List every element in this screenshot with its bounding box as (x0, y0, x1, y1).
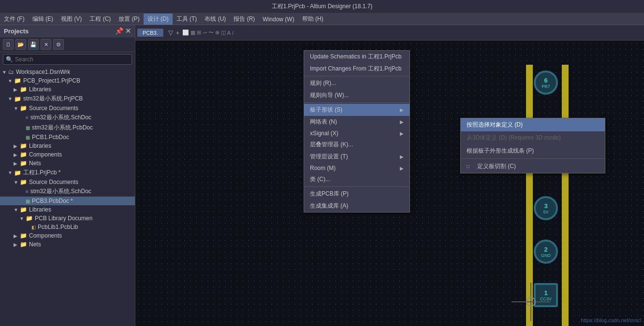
menu-tools[interactable]: 工具 (T) (173, 14, 201, 25)
netlist-arrow: ▶ (400, 119, 404, 125)
save-button[interactable]: 💾 (28, 39, 39, 50)
pcb-icon-stm32: ▦ (26, 125, 30, 130)
folder-icon-proj1-comp: 📁 (20, 232, 27, 239)
pin-icon[interactable]: 📌 (115, 27, 123, 35)
folder-icon-proj1: 📁 (14, 170, 21, 176)
arrow-pcb1-pcb (19, 135, 24, 140)
proj1-label: 工程1.PrjPcb * (23, 169, 60, 177)
folder-icon-stm32-lib: 📁 (20, 142, 27, 149)
tree-pcblib-folder[interactable]: ▼ 📁 PCB Library Documen (0, 214, 135, 223)
folder-icon-stm32: 📁 (14, 96, 21, 102)
menu-gen-pcblib[interactable]: 生成PCB库 (P) (304, 188, 410, 200)
arrow-stm32: ▼ (8, 96, 13, 101)
stm32-components-label: Components (29, 151, 62, 158)
bs-gen-lines[interactable]: 根据板子外形生成线条 (P) (461, 144, 605, 157)
menu-gen-intlib[interactable]: 生成集成库 (A) (304, 200, 410, 212)
layers-icon[interactable]: ◫ (221, 29, 226, 36)
close-icon[interactable]: ✕ (125, 27, 131, 35)
canvas-area[interactable]: PCB3. ▽ ＋ ⬜ ▦ ⊞ ⤻ 〜 ⊕ ◫ A / (135, 25, 644, 326)
tree-workspace[interactable]: ▼ 🗂 Workspace1.DsnWrk (0, 68, 135, 76)
menu-rules[interactable]: 规则 (R)... (304, 77, 410, 89)
menu-file[interactable]: 文件 (F) (0, 14, 29, 25)
pcb3-tab[interactable]: PCB3. (137, 28, 163, 37)
plus-icon[interactable]: ＋ (175, 28, 181, 37)
pcb-icon-pcb1: ▦ (26, 135, 30, 140)
menu-rules-wizard[interactable]: 规则向导 (W)... (304, 89, 410, 101)
menu-place[interactable]: 放置 (P) (115, 14, 143, 25)
tree-proj1-libraries[interactable]: ▼ 📁 Libraries (0, 205, 135, 214)
menu-board-shape[interactable]: 板子形状 (S) ▶ (304, 104, 410, 116)
tree-stm32-source-docs[interactable]: ▼ 📁 Source Documents (0, 104, 135, 113)
route-icon[interactable]: ⤻ (203, 29, 207, 36)
pin2-icon[interactable]: ⊕ (215, 29, 220, 36)
titlebar: 工程1.PrjPcb - Altium Designer (18.1.7) (0, 0, 644, 14)
settings-button[interactable]: ⚙ (53, 39, 64, 50)
tree-proj1-schdoc[interactable]: ≡ stm32最小系统.SchDoc (0, 186, 135, 197)
xsignal-arrow: ▶ (400, 131, 404, 136)
chart-icon[interactable]: ▦ (190, 29, 195, 36)
tree-pcb1-libraries[interactable]: ▶ 📁 Libraries (0, 85, 135, 94)
tree-stm32-schdoc[interactable]: ≡ stm32最小系统.SchDoc (0, 113, 135, 123)
text-icon[interactable]: A (227, 30, 231, 36)
tree-pcblib1[interactable]: ◧ PcbLib1.PcbLib (0, 223, 135, 231)
line-icon[interactable]: / (232, 30, 234, 36)
filter-icon[interactable]: ▽ (168, 29, 173, 36)
folder-icon-stm32-nets: 📁 (20, 160, 27, 167)
tree-stm32-project[interactable]: ▼ 📁 stm32最小系统.PrjPCB (0, 94, 135, 104)
menu-help[interactable]: 帮助 (H) (298, 14, 327, 25)
menu-classes[interactable]: 类 (C)... (304, 173, 410, 185)
menu-import-changes[interactable]: Import Changes From 工程1.PrjPcb (304, 63, 410, 75)
tree-pcb-project1[interactable]: ▼ 📁 PCB_Project1.PrjPCB (0, 76, 135, 85)
tree-stm32-libraries[interactable]: ▶ 📁 Libraries (0, 142, 135, 150)
manage-layers-arrow: ▶ (400, 154, 404, 159)
menu-layer-stack[interactable]: 层叠管理器 (K)... (304, 139, 410, 151)
sidebar-header: Projects 📌 ✕ (0, 25, 135, 37)
tree-stm32-components[interactable]: ▶ 📁 Components (0, 150, 135, 159)
tree-stm32-pcbdoc[interactable]: ▦ stm32最小系统.PcbDoc (0, 123, 135, 133)
menu-route[interactable]: 布线 (U) (201, 14, 230, 25)
tree-pcb3-pcbdoc[interactable]: ▦ PCB3.PcbDoc * (0, 197, 135, 205)
close-project-button[interactable]: ✕ (41, 39, 51, 50)
arrow-proj1-comp: ▶ (14, 233, 18, 239)
tree-pcb1-pcbdoc[interactable]: ▦ PCB1.PcbDoc (0, 133, 135, 142)
proj1-schdoc-label: stm32最小系统.SchDoc (30, 187, 91, 196)
tree-stm32-nets[interactable]: ▶ 📁 Nets (0, 159, 135, 168)
main-layout: Projects 📌 ✕ 🗋 📂 💾 ✕ ⚙ 🔍 ▼ 🗂 Workspace1.… (0, 25, 644, 326)
arrow-pcb-project1: ▼ (8, 78, 13, 84)
menu-design[interactable]: 设计 (D) (144, 14, 173, 25)
menu-netlist[interactable]: 网络表 (N) ▶ (304, 116, 410, 128)
folder-icon-pcblib: 📁 (26, 215, 33, 222)
arrow-pcb1-libraries: ▶ (14, 87, 18, 92)
new-project-button[interactable]: 🗋 (3, 39, 14, 50)
menu-window[interactable]: Window (W) (259, 14, 298, 25)
select-icon[interactable]: ⬜ (182, 29, 189, 36)
stm32-nets-label: Nets (29, 160, 41, 167)
arrow-proj1-src: ▼ (14, 180, 18, 185)
room-arrow: ▶ (400, 166, 404, 171)
bs-define-from-selected[interactable]: 按照选择对象定义 (D) (461, 118, 605, 131)
tree-proj1-components[interactable]: ▶ 📁 Components (0, 231, 135, 240)
pad-3: 3 5V (534, 196, 558, 220)
tree-proj1-nets[interactable]: ▶ 📁 Nets (0, 240, 135, 249)
grid-icon[interactable]: ⊞ (197, 29, 201, 36)
stm32-libraries-label: Libraries (29, 142, 51, 149)
menu-view[interactable]: 视图 (V) (57, 14, 86, 25)
folder-icon-pcb1: 📁 (14, 77, 21, 84)
menu-xsignal[interactable]: xSignal (X) ▶ (304, 128, 410, 139)
wave-icon[interactable]: 〜 (208, 29, 214, 36)
tree-proj1[interactable]: ▼ 📁 工程1.PrjPcb * (0, 168, 135, 178)
bs-define-cutout[interactable]: □ 定义板切割 (C) (461, 160, 605, 173)
pcb1-libraries-label: Libraries (29, 86, 51, 93)
sidebar-header-icons: 📌 ✕ (115, 27, 131, 35)
proj1-source-docs-label: Source Documents (29, 179, 78, 185)
menu-report[interactable]: 报告 (R) (230, 14, 259, 25)
open-button[interactable]: 📂 (15, 39, 26, 50)
menu-room[interactable]: Room (M) ▶ (304, 163, 410, 173)
menu-manage-layers[interactable]: 管理层设置 (T) ▶ (304, 151, 410, 163)
search-input[interactable] (3, 54, 132, 65)
tree-proj1-source-docs[interactable]: ▼ 📁 Source Documents (0, 178, 135, 186)
menu-edit[interactable]: 编辑 (E) (29, 14, 57, 25)
menu-project[interactable]: 工程 (C) (86, 14, 115, 25)
menu-update-sch[interactable]: Update Schematics in 工程1.PrjPcb (304, 51, 410, 63)
arrow-proj1-lib: ▼ (14, 207, 18, 213)
